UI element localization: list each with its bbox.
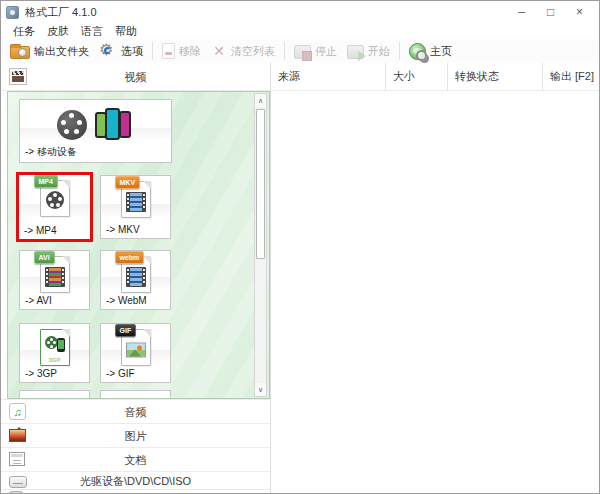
toolbar-separator (152, 42, 153, 60)
title-bar: 格式工厂 4.1.0 – □ × (1, 1, 599, 23)
stop-button[interactable]: 停止 (289, 40, 342, 62)
toolbar-separator (399, 42, 400, 60)
column-source[interactable]: 来源 (271, 63, 385, 90)
column-output[interactable]: 输出 [F2] (542, 63, 599, 90)
options-button[interactable]: ⚙ 选项 (94, 40, 148, 62)
format-card-3gp[interactable]: 3GP -> 3GP (19, 323, 90, 383)
mp4-tag: MP4 (34, 175, 58, 188)
start-icon (347, 45, 364, 59)
app-window: 格式工厂 4.1.0 – □ × 任务 皮肤 语言 帮助 输出文件夹 ⚙ 选项 … (0, 0, 600, 494)
tab-document[interactable]: 文档 (1, 447, 270, 471)
format-card-label: -> 3GP (25, 368, 57, 379)
page-fold (62, 329, 70, 337)
film-reel-icon (46, 191, 64, 209)
maximize-button[interactable]: □ (536, 2, 565, 22)
format-card-partial[interactable] (19, 390, 90, 399)
tab-video[interactable]: 视频 (1, 63, 271, 90)
partial-category-row[interactable] (1, 489, 270, 494)
column-size[interactable]: 大小 (385, 63, 447, 90)
tab-audio[interactable]: ♫ 音频 (1, 399, 270, 423)
filmstrip-icon (126, 267, 146, 287)
clear-list-label: 清空列表 (231, 44, 275, 59)
audio-tab-label: 音频 (1, 400, 270, 424)
format-card-mp4[interactable]: MP4 -> MP4 (19, 175, 90, 239)
format-card-avi[interactable]: AVI -> AVI (19, 250, 90, 310)
stop-label: 停止 (315, 44, 337, 59)
clear-list-icon: ✕ (211, 43, 227, 59)
filmstrip-icon (45, 267, 65, 287)
mkv-tag: MKV (115, 176, 141, 189)
format-card-label: -> MKV (106, 224, 140, 235)
format-card-label: -> GIF (106, 368, 135, 379)
page-fold (62, 180, 70, 188)
start-button[interactable]: 开始 (342, 40, 395, 62)
mobile-devices-icon (20, 104, 171, 146)
gif-tag: GIF (115, 324, 137, 337)
menu-skin[interactable]: 皮肤 (41, 24, 75, 39)
format-card-webm[interactable]: webm -> WebM (100, 250, 171, 310)
highlight-annotation-box: MP4 -> MP4 (16, 172, 93, 242)
remove-button[interactable]: 移除 (157, 40, 206, 62)
optical-drive-tab-label: 光驱设备\DVD\CD\ISO (1, 472, 270, 490)
menu-bar: 任务 皮肤 语言 帮助 (1, 23, 599, 39)
format-card-label: -> WebM (106, 295, 147, 306)
scrollbar-thumb[interactable] (256, 109, 265, 259)
menu-task[interactable]: 任务 (7, 24, 41, 39)
video-tab-label: 视频 (1, 63, 270, 90)
options-gear-icon: ⚙ (99, 42, 117, 60)
3gp-file-icon: 3GP (40, 329, 70, 366)
scroll-down-icon[interactable] (255, 383, 266, 396)
output-folder-button[interactable]: 输出文件夹 (5, 40, 94, 62)
tab-picture[interactable]: 图片 (1, 423, 270, 447)
page-fold (143, 329, 151, 337)
remove-item-icon (162, 43, 175, 59)
scroll-up-icon[interactable] (255, 94, 266, 107)
tab-optical-drive[interactable]: 光驱设备\DVD\CD\ISO (1, 471, 270, 489)
home-label: 主页 (430, 44, 452, 59)
gif-file-icon: GIF (121, 329, 151, 366)
format-card-label: -> AVI (25, 295, 52, 306)
home-globe-icon (409, 43, 426, 60)
output-folder-label: 输出文件夹 (34, 44, 89, 59)
format-card-label: -> MP4 (24, 225, 57, 236)
avi-tag: AVI (34, 251, 55, 264)
format-card-mkv[interactable]: MKV -> MKV (100, 175, 171, 239)
3gp-tag: 3GP (41, 357, 69, 363)
sidebar: -> 移动设备 MP4 -> MP4 MKV (1, 91, 271, 493)
home-button[interactable]: 主页 (404, 40, 457, 62)
picture-tab-label: 图片 (1, 424, 270, 448)
remove-label: 移除 (179, 44, 201, 59)
toolbar-separator (284, 42, 285, 60)
panel-scrollbar[interactable] (254, 93, 267, 397)
page-fold (62, 256, 70, 264)
phone-icon (57, 338, 65, 352)
filmstrip-icon (126, 192, 146, 212)
minimize-button[interactable]: – (507, 2, 536, 22)
mp4-file-icon: MP4 (40, 180, 70, 217)
conversion-list[interactable] (272, 91, 599, 493)
toolbar: 输出文件夹 ⚙ 选项 移除 ✕ 清空列表 停止 开始 主页 (1, 39, 599, 63)
menu-language[interactable]: 语言 (75, 24, 109, 39)
window-title: 格式工厂 4.1.0 (25, 5, 97, 20)
list-column-headers: 来源 大小 转换状态 输出 [F2] (271, 63, 599, 90)
start-label: 开始 (368, 44, 390, 59)
app-icon (6, 6, 19, 19)
image-thumbnail-icon (126, 343, 146, 358)
mkv-file-icon: MKV (121, 181, 151, 218)
video-formats-panel: -> 移动设备 MP4 -> MP4 MKV (7, 91, 270, 399)
column-state[interactable]: 转换状态 (447, 63, 542, 90)
options-label: 选项 (121, 44, 143, 59)
page-fold (143, 181, 151, 189)
format-card-gif[interactable]: GIF -> GIF (100, 323, 171, 383)
avi-file-icon: AVI (40, 256, 70, 293)
menu-help[interactable]: 帮助 (109, 24, 143, 39)
format-card-partial[interactable] (100, 390, 171, 399)
clear-list-button[interactable]: ✕ 清空列表 (206, 40, 280, 62)
format-card-mobile-devices[interactable]: -> 移动设备 (19, 99, 172, 163)
document-tab-label: 文档 (1, 448, 270, 472)
format-card-label: -> 移动设备 (25, 145, 77, 159)
webm-tag: webm (115, 251, 145, 264)
close-button[interactable]: × (565, 2, 594, 22)
output-folder-icon (10, 46, 30, 59)
webm-file-icon: webm (121, 256, 151, 293)
